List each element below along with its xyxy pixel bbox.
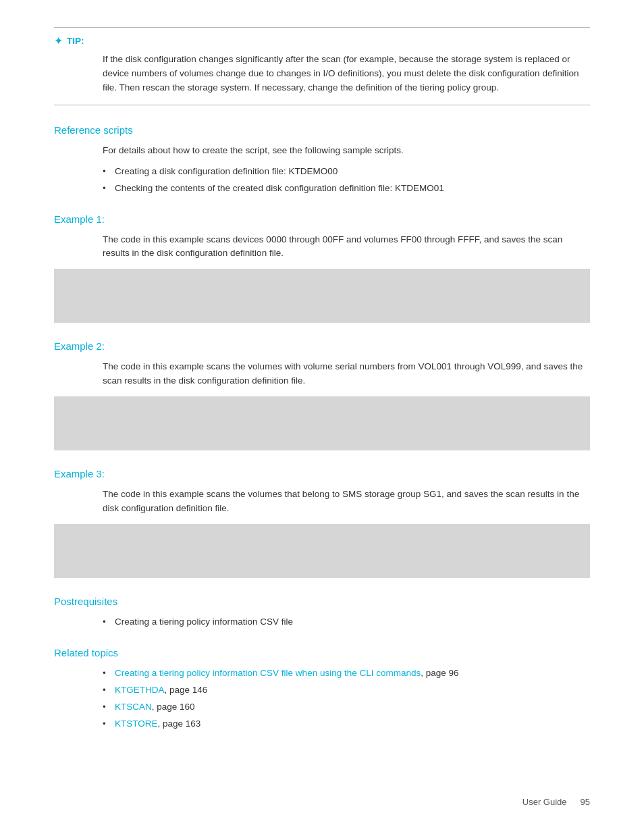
reference-scripts-heading: Reference scripts xyxy=(54,124,590,136)
example3-section: Example 3: The code in this example scan… xyxy=(54,468,590,578)
postrequisites-section: Postrequisites Creating a tiering policy… xyxy=(54,596,590,629)
related-link-1-suffix: , page 96 xyxy=(421,668,458,678)
page-container: ✦ TIP: If the disk configuration changes… xyxy=(0,0,644,834)
list-item: Checking the contents of the created dis… xyxy=(103,182,590,196)
example1-code-block xyxy=(54,269,590,323)
tip-top-divider xyxy=(54,27,590,28)
related-topics-list: Creating a tiering policy information CS… xyxy=(103,667,590,731)
list-item: KTSCAN, page 160 xyxy=(103,700,590,714)
related-link-2-suffix: , page 146 xyxy=(165,685,208,695)
related-link-3-suffix: , page 160 xyxy=(152,702,195,712)
related-topics-section: Related topics Creating a tiering policy… xyxy=(54,647,590,731)
list-item: Creating a disk configuration definition… xyxy=(103,165,590,179)
reference-scripts-intro: For details about how to create the scri… xyxy=(103,144,590,158)
related-topics-heading: Related topics xyxy=(54,647,590,658)
postrequisites-list: Creating a tiering policy information CS… xyxy=(103,615,590,629)
example3-heading: Example 3: xyxy=(54,468,590,479)
example2-section: Example 2: The code in this example scan… xyxy=(54,340,590,450)
related-link-2[interactable]: KTGETHDA xyxy=(115,685,165,695)
footer-page: 95 xyxy=(581,797,590,807)
related-link-1[interactable]: Creating a tiering policy information CS… xyxy=(115,668,421,678)
tip-bottom-divider xyxy=(54,105,590,105)
example1-section: Example 1: The code in this example scan… xyxy=(54,213,590,323)
list-item: Creating a tiering policy information CS… xyxy=(103,615,590,629)
list-item: KTSTORE, page 163 xyxy=(103,717,590,731)
related-link-4-suffix: , page 163 xyxy=(158,719,201,729)
tip-body: If the disk configuration changes signif… xyxy=(103,53,590,95)
related-link-4[interactable]: KTSTORE xyxy=(115,719,158,729)
postrequisites-heading: Postrequisites xyxy=(54,596,590,607)
list-item: Creating a tiering policy information CS… xyxy=(103,667,590,681)
example1-heading: Example 1: xyxy=(54,213,590,225)
tip-header: ✦ TIP: xyxy=(54,34,590,47)
footer: User Guide 95 xyxy=(522,797,590,807)
footer-label: User Guide xyxy=(522,797,567,807)
example3-body: The code in this example scans the volum… xyxy=(103,488,590,516)
example2-body: The code in this example scans the volum… xyxy=(103,360,590,388)
example1-body: The code in this example scans devices 0… xyxy=(103,233,590,261)
related-link-3[interactable]: KTSCAN xyxy=(115,702,152,712)
tip-label: TIP: xyxy=(67,36,84,46)
example3-code-block xyxy=(54,524,590,578)
tip-icon: ✦ xyxy=(54,34,63,47)
reference-scripts-section: Reference scripts For details about how … xyxy=(54,124,590,196)
example2-code-block xyxy=(54,396,590,450)
list-item: KTGETHDA, page 146 xyxy=(103,683,590,698)
reference-scripts-list: Creating a disk configuration definition… xyxy=(103,165,590,196)
example2-heading: Example 2: xyxy=(54,340,590,352)
tip-section: ✦ TIP: If the disk configuration changes… xyxy=(54,27,590,105)
